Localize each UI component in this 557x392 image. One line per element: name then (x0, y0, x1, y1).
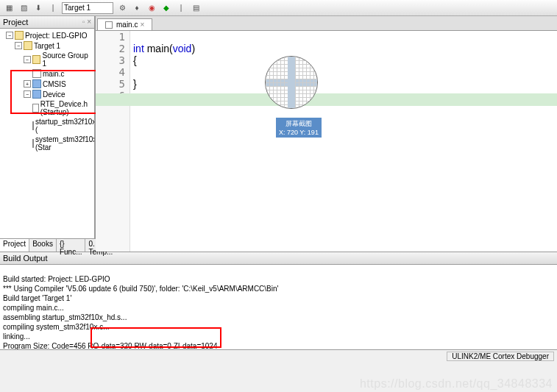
project-panel-title: Project ▫ × (0, 16, 94, 29)
tree-file-system[interactable]: system_stm32f10x.c (Star (1, 135, 93, 152)
panel-controls[interactable]: ▫ × (82, 18, 91, 26)
expand-icon[interactable]: − (24, 90, 31, 98)
file-icon (32, 69, 41, 78)
output-line: compiling main.c... (3, 304, 64, 312)
editor-tab-mainc[interactable]: main.c × (97, 18, 152, 30)
tab-project[interactable]: Project (0, 239, 29, 252)
sidebar-tabs: Project Books {} Func... 0. Temp... (0, 238, 94, 252)
status-debugger: ULINK2/ME Cortex Debugger (447, 352, 554, 361)
output-line: compiling system_stm32f10x.c... (3, 323, 110, 331)
expand-icon[interactable]: − (6, 32, 13, 39)
status-bar: ULINK2/ME Cortex Debugger (0, 349, 557, 363)
file-icon (32, 121, 34, 130)
keyword: int (133, 43, 144, 54)
code-editor[interactable]: 123456 int main(void) { } 屏幕截图 X: 720 Y:… (96, 31, 557, 252)
component-icon (32, 79, 41, 88)
build-icon[interactable]: ▦ (3, 2, 15, 14)
file-icon (105, 21, 113, 29)
output-line: Build started: Project: LED-GPIO (3, 275, 110, 283)
manage-icon[interactable]: ♦ (131, 2, 143, 14)
tree-target[interactable]: −Target 1 (1, 40, 93, 51)
cfg-icon[interactable]: ▤ (190, 2, 202, 14)
code-content[interactable]: int main(void) { } (130, 31, 557, 252)
tree-device[interactable]: −Device (1, 89, 93, 99)
file-icon (32, 139, 34, 148)
line-gutter: 123456 (96, 31, 130, 252)
target-icon (24, 41, 32, 50)
debug-icon[interactable]: ◉ (146, 2, 157, 14)
tree-source-group[interactable]: −Source Group 1 (1, 51, 93, 68)
project-icon (15, 31, 24, 40)
sep: | (47, 2, 59, 14)
editor-tab-bar: main.c × (96, 16, 557, 31)
tree-root[interactable]: −Project: LED-GPIO (1, 30, 93, 40)
tab-functions[interactable]: {} Func... (57, 239, 86, 252)
options-icon[interactable]: ⚙ (116, 2, 128, 14)
component-icon (32, 90, 41, 99)
close-tab-icon[interactable]: × (140, 21, 144, 29)
build-output-title: Build Output (0, 252, 557, 265)
expand-icon[interactable]: − (15, 42, 22, 49)
output-line: *** Using Compiler 'V5.06 update 6 (buil… (3, 285, 278, 293)
file-icon (32, 104, 39, 113)
crosshair-tooltip: 屏幕截图 X: 720 Y: 191 (276, 118, 322, 138)
tab-books[interactable]: Books (29, 239, 57, 252)
expand-icon[interactable]: − (24, 56, 31, 63)
main-area: Project ▫ × −Project: LED-GPIO −Target 1… (0, 16, 557, 252)
output-line: assembling startup_stm32f10x_hd.s... (3, 313, 127, 321)
tree-file-rte[interactable]: RTE_Device.h (Startup) (1, 99, 93, 117)
project-sidebar: Project ▫ × −Project: LED-GPIO −Target 1… (0, 16, 96, 252)
download-icon[interactable]: ⬇ (32, 2, 44, 14)
green-icon[interactable]: ◆ (160, 2, 172, 14)
output-line: Program Size: Code=456 RO-data=320 RW-da… (3, 342, 217, 349)
tree-main-c[interactable]: main.c (1, 68, 93, 79)
output-line: linking... (3, 332, 30, 341)
tree-cmsis[interactable]: +CMSIS (1, 79, 93, 89)
target-select[interactable]: Target 1 (62, 2, 113, 14)
crosshair-grid (266, 57, 317, 108)
watermark-text: https://blog.csdn.net/qq_34848334 (360, 377, 553, 391)
project-tree[interactable]: −Project: LED-GPIO −Target 1 −Source Gro… (0, 29, 94, 238)
sep2: | (175, 2, 187, 14)
screenshot-crosshair (265, 56, 318, 109)
rebuild-icon[interactable]: ▨ (18, 2, 29, 14)
keyword: void (173, 43, 192, 54)
editor-tab-label: main.c (116, 21, 138, 29)
project-panel-label: Project (3, 18, 28, 26)
tree-file-startup[interactable]: startup_stm32f10x_hd.s ( (1, 117, 93, 135)
folder-icon (32, 55, 41, 64)
expand-icon[interactable]: + (24, 80, 31, 88)
main-toolbar: ▦ ▨ ⬇ | Target 1 ⚙ ♦ ◉ ◆ | ▤ (0, 0, 557, 16)
editor-area: main.c × 123456 int main(void) { } 屏幕截图 … (96, 16, 557, 252)
build-output[interactable]: Build started: Project: LED-GPIO *** Usi… (0, 265, 557, 349)
output-line: Build target 'Target 1' (3, 294, 71, 302)
